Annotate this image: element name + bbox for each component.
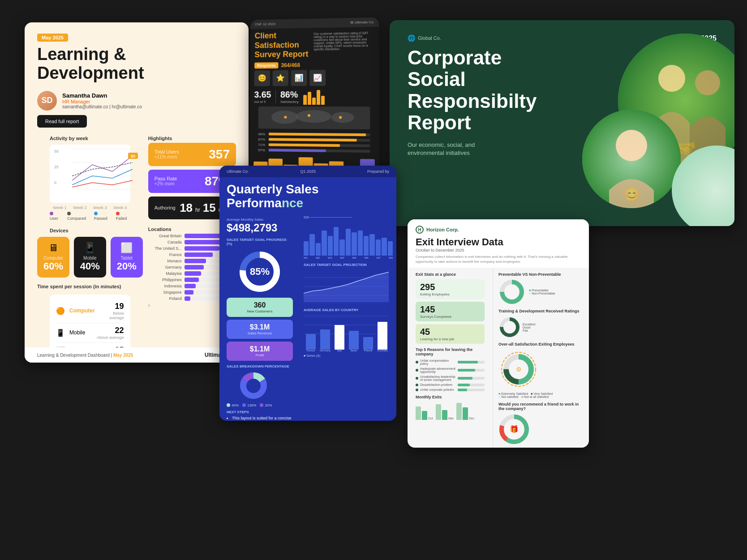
ld-title: Learning &Development: [37, 45, 236, 83]
ld-device-computer-name: Computer: [42, 256, 65, 261]
hl-pass-sub: +2% mom: [155, 181, 177, 186]
qsp-line-chart: [304, 269, 393, 304]
eid-stat-exiting: 295 Exiting Employees: [416, 279, 485, 299]
pvnp-donut-svg: [498, 278, 525, 305]
ld-device-mobile-pct: 40%: [78, 261, 102, 272]
eid-satisfaction-area: Over-all Satisfaction Exiting Employees …: [498, 342, 584, 398]
eid-left-col: Exit Stats at a glance 295 Exiting Emplo…: [408, 268, 493, 448]
qsp-quarter: Q1 2025: [300, 169, 316, 174]
csr-icon2: ⭐: [273, 70, 288, 86]
qsp-next-steps: This layout is suited for a concise expl…: [227, 416, 293, 421]
csr2-description: Our economic, social, andenvironmental i…: [408, 141, 551, 157]
svg-text:France: France: [307, 349, 315, 352]
qsp-country-svg: France Germany Italy Spain Poland Austra…: [304, 314, 389, 352]
mobile-icon: 📱: [78, 242, 102, 254]
ld-device-computer: 🖥 Computer 60%: [37, 237, 69, 278]
svg-point-11: [308, 114, 310, 117]
eid-pvnp-area: Preventable VS Non-Preventable ■ Prevent…: [498, 272, 584, 305]
qsp-bar-weeks: W1W2W3W4W5W6W7W8: [304, 256, 393, 259]
monthly-oct: Oct: [416, 406, 433, 420]
svg-text:Australia: Australia: [377, 349, 388, 352]
csr2-tag-text: Global Co.: [418, 35, 441, 41]
computer-time-icon: 🟠: [56, 307, 65, 315]
svg-point-18: [616, 130, 647, 161]
hl-users-value: 357: [209, 147, 230, 162]
csr-response-indicator: Response: [254, 62, 278, 68]
eid-satisfaction-title: Over-all Satisfaction Exiting Employees: [498, 342, 584, 346]
csr-icon4: 📈: [309, 70, 326, 86]
ld-chart-y25: 25: [54, 165, 59, 169]
qsp-bar-chart: [304, 220, 393, 256]
eid-pvnp-chart: ■ Preventable ■ Non-Preventable: [498, 278, 584, 305]
csr2-title: Corporate SocialResponsibiltyReport: [408, 47, 551, 134]
ld-read-button[interactable]: Read full report: [37, 115, 87, 128]
svg-point-12: [339, 116, 342, 119]
csr-map-svg: [258, 107, 370, 128]
eid-reason-1: Unfair compensation policy: [416, 359, 485, 365]
eid-body: Exit Stats at a glance 295 Exiting Emplo…: [408, 268, 589, 448]
csr-score-label: out of 5: [254, 100, 271, 104]
horizon-logo-icon: H: [416, 226, 424, 234]
eid-monthly-bars: Oct Mar Dec: [416, 402, 485, 420]
eid-description: Companies collect information in exit in…: [416, 254, 581, 264]
eid-recommend-area: Would you recommend a friend to work in …: [498, 402, 584, 448]
eid-reason-5: Unfair corporate policies: [416, 388, 485, 391]
csr-score-value: 3.65: [254, 90, 271, 100]
ld-device-mobile-name: Mobile: [78, 256, 102, 261]
ld-devices-title: Devices: [37, 225, 143, 235]
qsp-stat-revenue-label: Sales Revenue: [229, 331, 290, 335]
reason2-label: Inadequate advancement opportunity: [420, 367, 456, 373]
recommend-donut-svg: 🎁: [498, 414, 530, 445]
eid-reason-3: Unsatisfactory leadership of senior mana…: [416, 375, 485, 381]
qsp-breakdown-title: SALES BREAKDOWN PERCENTAGE: [227, 364, 293, 368]
svg-point-15: [695, 70, 720, 95]
eid-glance-title: Exit Stats at a glance: [416, 272, 485, 277]
qsp-stat-profit: $1.1M Profit: [227, 342, 293, 361]
qsp-stat-revenue-num: $3.1M: [229, 323, 290, 331]
eid-recommend-title: Would you recommend a friend to work in …: [498, 402, 584, 411]
csr2-tag: 🌐 Global Co.: [408, 34, 551, 42]
eid-stat-surveys: 145 Surveys Completed: [416, 302, 485, 321]
qsp-title: Quarterly SalesPerformance: [227, 183, 389, 210]
eid-logo-text: Horizon Corp.: [426, 227, 459, 232]
client-satisfaction-card: CNF 12 2023 ⊞ Ultimate Co. ClientSatisfa…: [249, 17, 379, 186]
ld-mobile-label: Mobile: [69, 329, 92, 336]
ld-chart-y50: 50: [54, 149, 59, 154]
ld-person-title: HR Manager: [62, 99, 142, 104]
eid-monthly-chart: Oct Mar Dec: [416, 402, 485, 420]
ld-header: May 2025 Learning &Development: [25, 22, 249, 86]
qsp-projection-title: SALES TARGET GOAL PROJECTION: [304, 263, 393, 267]
qsp-breakdown-chart: [227, 370, 280, 402]
eid-leaving-num: 45: [420, 327, 480, 337]
csr-icon1: 😊: [254, 70, 270, 86]
ld-badge: May 2025: [37, 34, 68, 42]
hl-auth-hr-unit: hr: [195, 207, 200, 213]
ld-person-email: samantha@ultimate.co | hr@ultimate.co: [62, 104, 142, 109]
eid-leaving-label: Leaving for a new job: [420, 337, 480, 341]
eid-title: Exit Interview Data: [416, 236, 581, 248]
qsp-stat-customers-num: 360: [229, 301, 290, 309]
csr-mini-bars: [303, 89, 325, 105]
svg-text:Spain: Spain: [350, 349, 357, 352]
eid-reason-4: Dissatisfaction problem: [416, 383, 485, 386]
ld-time-computer: 🟠 Computer 19 Below average: [56, 299, 124, 323]
monthly-dec: Dec: [456, 403, 474, 420]
csr-response-row: Response 364/468: [254, 61, 374, 68]
svg-rect-32: [349, 331, 359, 350]
satisfaction-legend: ■ Extremely Satisfied ■ Very Satisfied ■…: [498, 392, 584, 398]
eid-monthly-title: Monthly Exits: [416, 395, 485, 399]
csr-desc-text: Our customer satisfaction rating (CSAT r…: [313, 30, 374, 59]
csr-response-count: 364/468: [281, 62, 300, 68]
svg-point-10: [284, 116, 287, 119]
hl-auth-label: Authoring: [155, 205, 176, 210]
svg-text:😊: 😊: [623, 187, 640, 203]
svg-text:Germany: Germany: [320, 349, 331, 352]
reason3-dot: [416, 377, 418, 380]
eid-surveys-label: Surveys Completed: [420, 315, 480, 319]
ld-activity-chart: 50 25 0: [50, 145, 130, 203]
qsp-bar-chart-scale: 500 ───────────────────: [304, 216, 393, 219]
ld-footer-accent: May 2025: [113, 353, 133, 358]
reason5-dot: [416, 389, 418, 391]
qsp-line-svg: [304, 269, 389, 302]
hl-pass-label: Pass Rate: [155, 176, 177, 181]
